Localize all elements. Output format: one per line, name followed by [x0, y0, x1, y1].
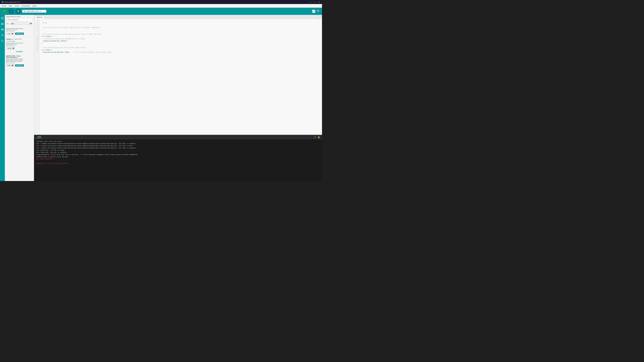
board-selector[interactable]: 🔌 Z-Wave>ME Z-Uno2 ▼	[22, 10, 46, 13]
app-title: Blink | Arduino IDE 2.3.2	[5, 1, 20, 3]
debug-button[interactable]: ⚙	[15, 8, 21, 14]
output-line-5: File "shutil.py", line 261, in copyfile	[36, 151, 320, 154]
sidebar-item-boards[interactable]	[0, 22, 4, 26]
output-tab-salida[interactable]: Salida	[36, 136, 42, 138]
output-line-traceback: Traceback (most recent call last):	[36, 140, 320, 143]
sidebar-item-libraries[interactable]	[0, 28, 4, 31]
menu-editar[interactable]: Editar	[9, 5, 12, 7]
main-layout: GESTOR DE PLACAS Tipo: Todo Boards inclu…	[0, 15, 322, 181]
svg-rect-10	[3, 29, 4, 30]
pkg-card-zuno2: Z-Uno2 de Z-WAVE>ME 3.0.10instalado Boar…	[6, 37, 32, 54]
sidebar-panel: GESTOR DE PLACAS Tipo: Todo Boards inclu…	[5, 15, 34, 181]
output-line-7: [15504] Failed to execute script zme_mak…	[36, 156, 320, 158]
maximize-button[interactable]: □	[314, 1, 316, 3]
sidebar-search-input[interactable]	[6, 18, 32, 21]
filter-label: Tipo:	[6, 23, 9, 24]
pkg-link-deprecated[interactable]: Más información	[6, 62, 32, 63]
output-lock-icon[interactable]: 🔒	[318, 136, 320, 138]
sidebar-header: GESTOR DE PLACAS	[5, 15, 34, 18]
pkg-version-select-windows[interactable]: 1.1.2	[6, 32, 14, 35]
pkg-boards-zuno2: Boards included in this package:Z-Wave>M…	[6, 42, 32, 45]
menu-bar: Archivo Editar Sketch Herramientas Ayuda	[0, 4, 322, 8]
side-icons	[0, 15, 5, 181]
svg-line-14	[3, 41, 4, 42]
sidebar-item-debug[interactable]	[0, 33, 4, 37]
install-button-windows[interactable]: INSTALAR	[15, 32, 24, 35]
chevron-down-icon: ▼	[40, 11, 41, 12]
output-line-6: FileNotFoundError: [Errno 2] No such fil…	[36, 154, 320, 156]
svg-rect-7	[2, 29, 2, 30]
sidebar-item-sketchbook[interactable]	[0, 16, 4, 20]
menu-herramientas[interactable]: Herramientas	[22, 5, 30, 7]
app-icon	[2, 1, 4, 3]
output-line-4: File "shutil.py", line 432, in copy2	[36, 149, 320, 151]
svg-rect-3	[2, 18, 2, 19]
remove-button-zuno2[interactable]: ELIMINAR	[16, 50, 23, 53]
tab-bar: Blink.ino ···	[34, 15, 322, 19]
pkg-version-row-windows: 1.1.2 INSTALAR	[6, 32, 32, 35]
code-content[interactable]: /* Blink Turns an LED on for one second,…	[40, 19, 322, 135]
pkg-link-windows[interactable]: Más información	[6, 30, 32, 31]
svg-point-13	[2, 40, 3, 41]
svg-rect-8	[2, 29, 2, 30]
svg-point-6	[2, 24, 3, 24]
svg-rect-2	[2, 18, 3, 18]
filter-select[interactable]: Todo	[10, 22, 32, 25]
output-content: Traceback (most recent call last): File …	[34, 139, 322, 181]
sidebar-item-search[interactable]	[0, 39, 4, 43]
pkg-boards-deprecated: Boards included in this package:Arduino …	[6, 58, 32, 62]
sidebar-filter: Tipo: Todo	[5, 22, 34, 26]
minimize-button[interactable]: —	[309, 1, 312, 3]
output-exit-status: exit status 0xffffffff	[36, 158, 320, 160]
menu-ayuda[interactable]: Ayuda	[32, 5, 36, 7]
sidebar-content: Boards included in this package:Windows …	[5, 26, 34, 181]
title-bar: Blink | Arduino IDE 2.3.2 — □ ✕	[0, 0, 322, 4]
svg-rect-1	[2, 18, 3, 18]
output-line-2: File "\\vmware-host\Shared Folders\Code\…	[36, 145, 320, 147]
pkg-version-select-deprecated[interactable]: 3.3.0	[6, 64, 14, 67]
window-controls[interactable]: — □ ✕	[309, 1, 320, 3]
pkg-title-zuno2: Z-Uno2 de Z-WAVE>ME	[6, 38, 32, 40]
output-menu-icon[interactable]: ☰	[314, 136, 316, 138]
output-icons: ☰ 🔒	[314, 136, 320, 138]
svg-rect-9	[2, 29, 3, 30]
menu-archivo[interactable]: Archivo	[2, 5, 6, 7]
output-line-3: File "\\vmware-host\Shared Folders\Code\…	[36, 147, 320, 149]
verify-button[interactable]: ✓	[2, 8, 7, 14]
code-editor[interactable]: 123456789101112131415 /* Blink Turns an …	[34, 19, 322, 135]
tab-more-button[interactable]: ···	[318, 16, 321, 19]
output-compilation-error: Compilation error: exit status 0xfffffff…	[36, 162, 320, 165]
serial-monitor-button[interactable]: 🔍	[317, 10, 320, 13]
board-label: Z-Wave>ME Z-Uno2	[26, 11, 39, 12]
install-button-deprecated[interactable]: INSTALAR	[15, 64, 24, 66]
pkg-version-select-zuno2[interactable]: 3.0.10	[6, 47, 15, 50]
pkg-installed-badge: 3.0.10instalado	[6, 40, 16, 42]
close-button[interactable]: ✕	[318, 1, 320, 3]
output-panel: Salida ☰ 🔒 Traceback (most recent call l…	[34, 135, 322, 181]
tab-blink-ino[interactable]: Blink.ino	[35, 16, 44, 19]
serial-plotter-button[interactable]: 📈	[312, 10, 315, 13]
pkg-version-row-zuno2: 3.0.10	[6, 47, 32, 50]
upload-button[interactable]: →	[8, 8, 14, 14]
output-line-1: File "\\vmware-host\Shared Folders\Code\…	[36, 143, 320, 145]
pkg-card-windows-iot: Boards included in this package:Windows …	[6, 26, 32, 37]
line-numbers: 123456789101112131415	[34, 19, 40, 135]
pkg-title-deprecated: [DEPRECATED - Pleaseinstall standalone..…	[6, 55, 32, 58]
pkg-link-zuno2[interactable]: Más información	[6, 45, 32, 46]
editor-area: Blink.ino ··· 123456789101112131415 /* B…	[34, 15, 322, 181]
menu-sketch[interactable]: Sketch	[15, 5, 19, 7]
pkg-version-row-deprecated: 3.3.0 INSTALAR	[6, 64, 32, 67]
output-header: Salida ☰ 🔒	[34, 135, 322, 139]
toolbar: ✓ → ⚙ 🔌 Z-Wave>ME Z-Uno2 ▼ 📈 🔍	[0, 8, 322, 15]
pkg-card-deprecated: [DEPRECATED - Pleaseinstall standalone..…	[6, 54, 32, 69]
usb-icon: 🔌	[23, 10, 25, 12]
pkg-boards-windows: Boards included in this package:Windows …	[6, 28, 32, 30]
